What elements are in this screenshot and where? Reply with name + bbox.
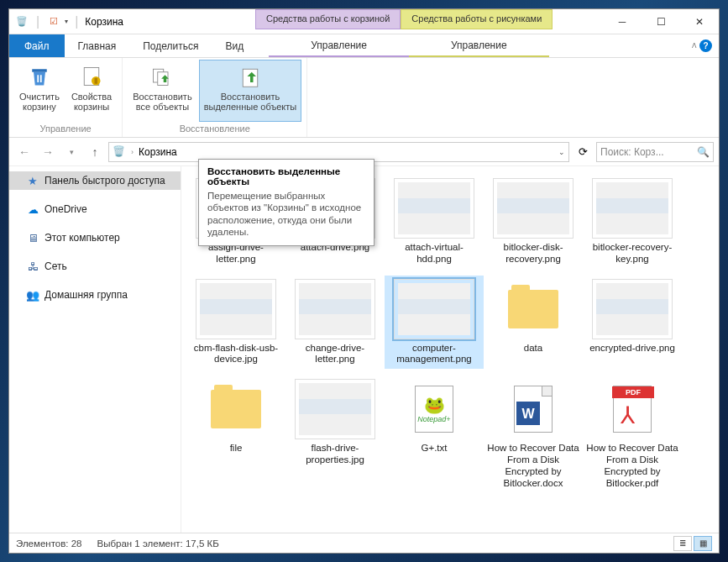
folder-icon: [196, 379, 276, 439]
nav-recent-dropdown[interactable]: ▾: [61, 142, 81, 162]
file-item-label: G+.txt: [422, 443, 448, 454]
view-details-button[interactable]: ≣: [673, 536, 692, 551]
context-tab-pictures[interactable]: Средства работы с рисунками: [401, 9, 553, 29]
tab-share[interactable]: Поделиться: [129, 34, 212, 57]
qat-customize-icon[interactable]: ▾: [65, 18, 68, 25]
sidebar-item-label: Сеть: [45, 260, 67, 272]
tab-view[interactable]: Вид: [212, 34, 257, 57]
ribbon: Очистить корзину Свойства корзины Управл…: [9, 58, 719, 138]
folder-icon: [493, 279, 573, 339]
pdf-icon: PDF⅄: [592, 379, 673, 439]
image-thumbnail: [196, 279, 276, 339]
file-item[interactable]: WHow to Recover Data From a Disk Encrypt…: [484, 376, 583, 492]
file-item[interactable]: flash-drive-properties.jpg: [285, 376, 385, 492]
ribbon-group-restore: Восстановление: [180, 122, 250, 135]
file-item[interactable]: file: [186, 376, 285, 492]
file-item[interactable]: encrypted-drive.png: [583, 276, 682, 370]
search-icon[interactable]: 🔍: [697, 146, 710, 158]
qat-checkbox-icon[interactable]: ☑: [46, 14, 61, 29]
sidebar-item-label: Панель быстрого доступа: [45, 175, 165, 186]
file-item-label: flash-drive-properties.jpg: [289, 443, 381, 466]
minimize-button[interactable]: ─: [603, 9, 642, 34]
file-menu[interactable]: Файл: [9, 34, 65, 57]
word-icon: W: [493, 379, 573, 439]
tooltip: Восстановить выделенные объекты Перемеще…: [198, 159, 374, 246]
restore-all-label: Восстановить все объекты: [133, 92, 191, 112]
search-placeholder: Поиск: Корз...: [600, 146, 664, 158]
file-item-label: file: [230, 443, 243, 454]
sidebar-item-label: Этот компьютер: [45, 232, 120, 244]
tooltip-title: Восстановить выделенные объекты: [207, 166, 365, 186]
file-item-label: attach-virtual-hdd.png: [388, 242, 480, 265]
recycle-bin-icon: 🗑️: [113, 145, 126, 159]
status-count: Элементов: 28: [16, 538, 81, 549]
computer-icon: 🖥: [26, 231, 39, 244]
sidebar-item-thispc[interactable]: 🖥 Этот компьютер: [9, 228, 181, 247]
close-button[interactable]: ✕: [680, 9, 719, 34]
status-bar: Элементов: 28 Выбран 1 элемент: 17,5 КБ …: [9, 533, 719, 553]
nav-up-button[interactable]: ↑: [85, 142, 105, 162]
file-item-label: encrypted-drive.png: [589, 343, 675, 355]
tooltip-body: Перемещение выбранных объектов из "Корзи…: [207, 190, 365, 239]
svg-rect-2: [95, 78, 98, 84]
ribbon-group-manage: Управление: [40, 122, 92, 135]
view-icons-button[interactable]: ▦: [694, 536, 712, 551]
image-thumbnail: [493, 178, 573, 239]
recycle-properties-label: Свойства корзины: [71, 92, 112, 112]
file-item-label: bitlocker-disk-recovery.png: [487, 242, 579, 265]
tab-home[interactable]: Главная: [65, 34, 130, 57]
ribbon-tabs: Файл Главная Поделиться Вид Управление У…: [9, 34, 719, 58]
star-icon: ★: [26, 174, 39, 187]
file-item[interactable]: bitlocker-disk-recovery.png: [484, 175, 583, 269]
file-item-label: How to Recover Data From a Disk Encrypte…: [487, 443, 579, 489]
homegroup-icon: 👥: [26, 288, 39, 302]
context-tab-recycle[interactable]: Средства работы с корзиной: [255, 9, 401, 29]
file-item-label: change-drive-letter.png: [289, 343, 381, 366]
explorer-window: 🗑️ | ☑ ▾ | Корзина Средства работы с кор…: [8, 8, 720, 554]
file-item-label: cbm-flash-disk-usb-device.jpg: [190, 343, 282, 366]
status-selection: Выбран 1 элемент: 17,5 КБ: [97, 538, 218, 549]
window-title: Корзина: [85, 16, 123, 28]
file-item[interactable]: cbm-flash-disk-usb-device.jpg: [186, 276, 285, 370]
file-item[interactable]: 🐸Notepad+G+.txt: [385, 376, 484, 492]
file-item[interactable]: attach-virtual-hdd.png: [385, 175, 484, 269]
image-thumbnail: [592, 279, 673, 339]
restore-all-button[interactable]: Восстановить все объекты: [128, 60, 196, 122]
breadcrumb-dropdown-icon[interactable]: ⌄: [558, 148, 565, 156]
help-icon[interactable]: ?: [699, 39, 712, 52]
restore-selected-button[interactable]: Восстановить выделенные объекты: [199, 60, 302, 122]
ribbon-collapse-icon[interactable]: ᐱ: [692, 42, 696, 50]
sidebar-item-label: Домашняя группа: [45, 289, 128, 301]
empty-recycle-button[interactable]: Очистить корзину: [14, 60, 65, 122]
recycle-properties-button[interactable]: Свойства корзины: [66, 60, 117, 122]
restore-selected-label: Восстановить выделенные объекты: [204, 92, 297, 112]
onedrive-icon: ☁: [26, 202, 39, 216]
file-item[interactable]: computer-management.png: [385, 276, 484, 370]
file-item[interactable]: data: [484, 276, 583, 370]
image-thumbnail: [295, 379, 375, 439]
maximize-button[interactable]: ☐: [642, 9, 680, 34]
chevron-right-icon[interactable]: ›: [131, 148, 134, 156]
nav-forward-button[interactable]: →: [38, 142, 58, 162]
file-item-label: bitlocker-recovery-key.png: [586, 242, 678, 265]
sidebar-item-quick-access[interactable]: ★ Панель быстрого доступа: [9, 171, 181, 190]
tab-manage-pictures[interactable]: Управление: [409, 34, 549, 57]
nav-pane[interactable]: ★ Панель быстрого доступа ☁ OneDrive 🖥 Э…: [9, 166, 181, 533]
breadcrumb-root[interactable]: Корзина: [139, 146, 177, 158]
text-icon: 🐸Notepad+: [394, 379, 474, 439]
sidebar-item-onedrive[interactable]: ☁ OneDrive: [9, 200, 181, 218]
sidebar-item-homegroup[interactable]: 👥 Домашняя группа: [9, 286, 181, 304]
image-thumbnail: [394, 279, 474, 339]
file-item[interactable]: change-drive-letter.png: [285, 276, 385, 370]
sidebar-item-network[interactable]: 🖧 Сеть: [9, 257, 181, 276]
image-thumbnail: [295, 279, 375, 339]
file-item[interactable]: PDF⅄How to Recover Data From a Disk Encr…: [583, 376, 682, 492]
nav-back-button[interactable]: ←: [14, 142, 34, 162]
refresh-button[interactable]: ⟳: [573, 142, 593, 162]
sidebar-item-label: OneDrive: [45, 203, 87, 215]
file-item-label: How to Recover Data From a Disk Encrypte…: [586, 443, 678, 489]
tab-manage-recycle[interactable]: Управление: [269, 34, 409, 57]
search-input[interactable]: Поиск: Корз... 🔍: [596, 142, 714, 162]
file-item[interactable]: bitlocker-recovery-key.png: [583, 175, 682, 269]
image-thumbnail: [592, 178, 673, 239]
